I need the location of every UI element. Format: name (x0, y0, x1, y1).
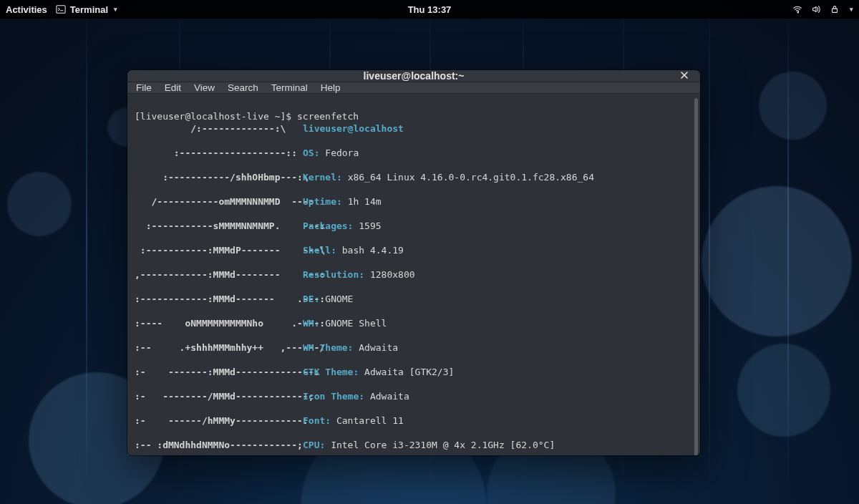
menu-file[interactable]: File (136, 82, 152, 93)
close-icon (680, 70, 689, 82)
info-uptime: 1h 14m (348, 196, 382, 207)
terminal-body[interactable]: [liveuser@localhost-live ~]$ screenfetch… (127, 94, 700, 455)
terminal-window: liveuser@localhost:~ File Edit View Sear… (127, 70, 700, 455)
menu-view[interactable]: View (194, 82, 215, 93)
system-menu-chevron-icon[interactable]: ▾ (850, 6, 853, 13)
terminal-menubar: File Edit View Search Terminal Help (127, 82, 700, 94)
info-wm: GNOME Shell (325, 318, 387, 329)
app-menu[interactable]: Terminal ▾ (56, 4, 117, 15)
terminal-app-icon (56, 4, 66, 14)
menu-search[interactable]: Search (228, 82, 258, 93)
info-resolution: 1280x800 (370, 269, 415, 280)
info-userhost: liveuser@localhost (303, 123, 404, 134)
menu-terminal[interactable]: Terminal (271, 82, 308, 93)
svg-rect-1 (833, 9, 838, 12)
clock[interactable]: Thu 13:37 (408, 4, 452, 15)
terminal-scrollbar[interactable] (694, 98, 698, 455)
chevron-down-icon: ▾ (114, 6, 117, 13)
network-wifi-icon[interactable] (792, 4, 802, 14)
activities-button[interactable]: Activities (6, 4, 47, 15)
svg-rect-0 (57, 6, 65, 14)
volume-icon[interactable] (811, 4, 821, 14)
menu-help[interactable]: Help (321, 82, 341, 93)
info-cpu: Intel Core i3-2310M @ 4x 2.1GHz [62.0°C] (331, 440, 555, 450)
menu-edit[interactable]: Edit (165, 82, 181, 93)
info-wmtheme: Adwaita (359, 342, 398, 353)
app-menu-label: Terminal (70, 4, 108, 15)
ascii-art-line: /:-------------:\ (135, 122, 303, 135)
window-close-button[interactable] (676, 70, 693, 84)
info-font: Cantarell 11 (336, 415, 404, 426)
info-icontheme: Adwaita (370, 391, 409, 402)
gnome-top-bar: Activities Terminal ▾ Thu 13:37 ▾ (0, 0, 859, 19)
info-kernel: x86_64 Linux 4.16.0-0.rc4.git0.1.fc28.x8… (348, 172, 594, 183)
info-shell: bash 4.4.19 (342, 245, 404, 256)
info-packages: 1595 (359, 220, 381, 231)
window-titlebar[interactable]: liveuser@localhost:~ (127, 70, 700, 82)
window-title: liveuser@localhost:~ (364, 70, 465, 82)
info-gtk: Adwaita [GTK2/3] (364, 367, 454, 377)
prompt-line: [liveuser@localhost-live ~]$ screenfetch (135, 111, 359, 122)
info-os: Fedora (325, 147, 359, 158)
lock-icon[interactable] (830, 4, 840, 14)
info-de: GNOME (325, 294, 353, 304)
